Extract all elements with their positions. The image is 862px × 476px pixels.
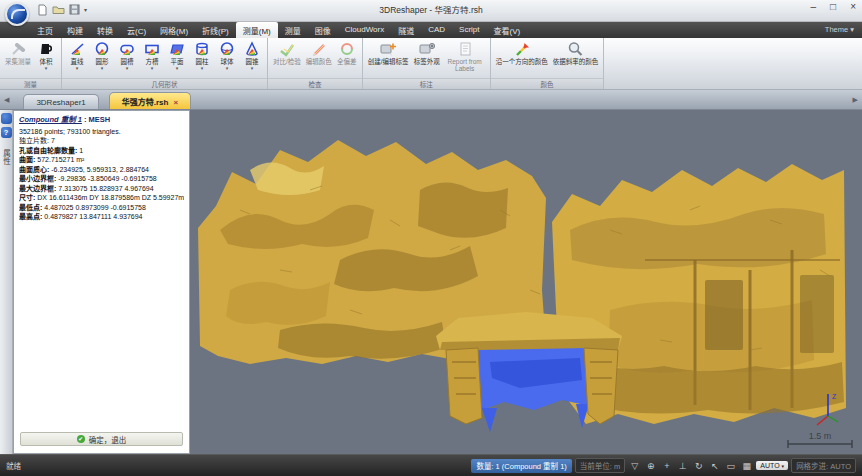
property-row: 曲面质心: -6.234925, 5.959313, 2.884764	[19, 165, 184, 175]
property-row: 独立片数: 7	[19, 136, 184, 146]
points-count: 352186 points; 793100 triangles.	[19, 127, 184, 137]
property-row: 尺寸: DX 16.611436m DY 18.879586m DZ 5.599…	[19, 193, 184, 203]
color-along-direction-button[interactable]: 沿一个方向的颜色	[494, 40, 550, 65]
theme-dropdown[interactable]: Theme ▾	[817, 22, 862, 38]
zoom-selection-icon[interactable]: ⊕	[644, 459, 657, 472]
chevron-down-icon[interactable]: ▾	[76, 66, 79, 71]
rotate-icon[interactable]: ↻	[692, 459, 705, 472]
document-tab-bar: ◀ 3DReshaper1 华强方特.rsh× ▶	[0, 90, 862, 110]
slot-icon	[118, 40, 136, 58]
minimize-button[interactable]: –	[811, 1, 817, 12]
marquee-icon[interactable]: ▭	[724, 459, 737, 472]
units-indicator[interactable]: 当前单位: m	[575, 458, 625, 473]
properties-tab[interactable]: 属性	[1, 149, 12, 166]
chevron-down-icon[interactable]: ▾	[201, 66, 204, 71]
center-view-icon[interactable]: +	[660, 459, 673, 472]
label-gear-icon	[418, 40, 436, 58]
tab-close-icon[interactable]: ×	[173, 98, 178, 107]
label-appearance-button[interactable]: 标签外观	[412, 40, 442, 65]
menu-tab-view[interactable]: 查看(V)	[487, 22, 528, 38]
plane-icon	[168, 40, 186, 58]
plane-button[interactable]: 平面 ▾	[165, 40, 189, 71]
chevron-down-icon[interactable]: ▾	[45, 66, 48, 71]
property-row: 曲面: 572.715271 m²	[19, 155, 184, 165]
menu-tab-construct[interactable]: 构建	[60, 22, 90, 38]
compare-inspect-button[interactable]: 对比/检验	[271, 40, 303, 65]
menu-tab-home[interactable]: 主页	[30, 22, 60, 38]
chevron-down-icon[interactable]: ▾	[251, 66, 254, 71]
sphere-button[interactable]: 球体 ▾	[215, 40, 239, 71]
menu-tab-mesh[interactable]: 网格(M)	[153, 22, 195, 38]
close-button[interactable]: ×	[850, 1, 856, 12]
slot-button[interactable]: 圆槽 ▾	[115, 40, 139, 71]
report-page-icon	[456, 40, 474, 58]
collect-measure-button[interactable]: 采集测量	[3, 40, 33, 65]
maximize-button[interactable]: □	[830, 1, 836, 12]
menu-tab-survey[interactable]: 测量	[278, 22, 308, 38]
auto-dropdown[interactable]: AUTO ▾	[756, 461, 788, 470]
menu-tab-cloud[interactable]: 云(C)	[120, 22, 153, 38]
cylinder-button[interactable]: 圆柱 ▾	[190, 40, 214, 71]
title-bar: ▾ 3DReshaper - 华强方特.rsh – □ ×	[0, 0, 862, 22]
window-title: 3DReshaper - 华强方特.rsh	[0, 3, 862, 15]
report-from-labels-button[interactable]: Report from Labels	[443, 40, 487, 72]
filter-icon[interactable]: ▽	[628, 459, 641, 472]
circle-button[interactable]: 圆形 ▾	[90, 40, 114, 71]
grid-icon[interactable]: ▦	[740, 459, 753, 472]
ok-exit-button[interactable]: ✔ 确定，退出	[20, 432, 183, 446]
doc-tab-huaqiangfangte[interactable]: 华强方特.rsh×	[109, 92, 191, 109]
chevron-down-icon[interactable]: ▾	[151, 66, 154, 71]
cylinder-icon	[193, 40, 211, 58]
chevron-down-icon[interactable]: ▾	[101, 66, 104, 71]
doc-tab-3dreshaper1[interactable]: 3DReshaper1	[23, 94, 98, 109]
app-logo-icon[interactable]	[5, 2, 29, 26]
axis-z-label: Z	[832, 393, 837, 400]
menu-tab-script[interactable]: Script	[452, 22, 486, 38]
menu-tab-measure-active[interactable]: 测量(M)	[236, 22, 278, 38]
color-by-slope-button[interactable]: 依据斜率的颜色	[551, 40, 601, 65]
volume-button[interactable]: 体积 ▾	[34, 40, 58, 71]
help-icon[interactable]: ?	[1, 127, 12, 138]
ribbon-tab-bar: 主页 构建 转换 云(C) 网格(M) 折线(P) 测量(M) 测量 图像 Cl…	[0, 22, 862, 38]
group-label-colors: 颜色	[491, 78, 604, 89]
ribbon-group-geometric-shapes: 直线 ▾ 圆形 ▾ 圆槽 ▾	[62, 38, 268, 89]
global-deviation-button[interactable]: 全偏差	[335, 40, 359, 65]
grid-step-indicator: 网格步进: AUTO	[791, 458, 856, 473]
line-button[interactable]: 直线 ▾	[65, 40, 89, 71]
create-edit-labels-button[interactable]: 创建/编辑标签	[366, 40, 411, 65]
reshaper-badge-icon[interactable]	[1, 113, 12, 124]
hammer-icon	[9, 40, 27, 58]
group-label-measure: 测量	[0, 78, 61, 89]
ribbon: 采集测量 体积 ▾ 测量 直线 ▾	[0, 38, 862, 90]
sphere-icon	[218, 40, 236, 58]
cone-button[interactable]: 圆锥 ▾	[240, 40, 264, 71]
chevron-down-icon[interactable]: ▾	[126, 66, 129, 71]
tab-scroll-right-icon[interactable]: ▶	[849, 96, 862, 109]
menu-tab-polyline[interactable]: 折线(P)	[195, 22, 236, 38]
chevron-down-icon: ▾	[782, 463, 785, 469]
ribbon-empty-space	[604, 38, 862, 89]
menu-tab-image[interactable]: 图像	[308, 22, 338, 38]
group-label-labels: 标注	[363, 78, 490, 89]
edit-colors-button[interactable]: 编辑颜色	[304, 40, 334, 65]
selection-badge: 数量: 1 (Compound 重制 1)	[471, 459, 571, 473]
tab-scroll-left-icon[interactable]: ◀	[0, 96, 13, 109]
menu-tab-cad[interactable]: CAD	[421, 22, 452, 38]
mesh-scene[interactable]: Z 1.5 m	[190, 110, 862, 454]
viewport-3d[interactable]: Z 1.5 m	[190, 110, 862, 454]
menu-tab-cloudworx[interactable]: CloudWorx	[338, 22, 391, 38]
chevron-down-icon[interactable]: ▾	[226, 66, 229, 71]
menu-tab-transform[interactable]: 转换	[90, 22, 120, 38]
label-add-icon	[379, 40, 397, 58]
rectangle-button[interactable]: 方槽 ▾	[140, 40, 164, 71]
cone-icon	[243, 40, 261, 58]
mesh-model[interactable]	[198, 140, 846, 432]
level-icon[interactable]: ⊥	[676, 459, 689, 472]
compare-check-icon	[278, 40, 296, 58]
rainbow-arrow-icon	[513, 40, 531, 58]
pick-icon[interactable]: ↖	[708, 459, 721, 472]
menu-tab-tunnel[interactable]: 隧道	[391, 22, 421, 38]
magnifier-icon	[566, 40, 584, 58]
chevron-down-icon[interactable]: ▾	[176, 66, 179, 71]
rectangle-icon	[143, 40, 161, 58]
